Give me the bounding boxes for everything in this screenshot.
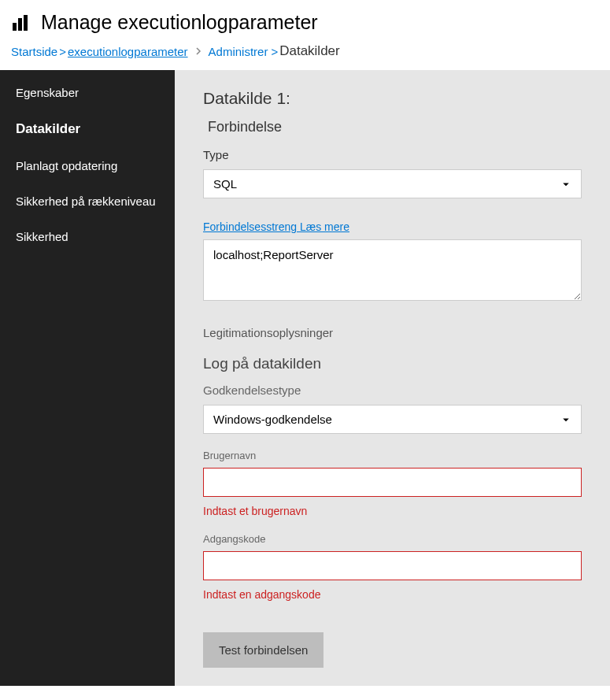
sidebar-item-security[interactable]: Sikkerhed <box>0 219 175 254</box>
password-error: Indtast en adgangskode <box>203 588 582 601</box>
main-content: Datakilde 1: Forbindelse Type SQL Forbin… <box>175 70 610 686</box>
type-label: Type <box>203 148 582 161</box>
breadcrumb-sep: > <box>271 45 278 58</box>
powerbi-logo-icon <box>11 12 33 34</box>
sidebar-item-label: Datakilder <box>16 121 80 136</box>
chevron-right-icon <box>194 46 202 57</box>
username-label: Brugernavn <box>203 450 582 461</box>
auth-type-select[interactable]: Windows-godkendelse <box>203 405 582 434</box>
credentials-label: Legitimationsoplysninger <box>203 326 582 339</box>
sidebar-item-label: Planlagt opdatering <box>16 159 117 172</box>
datasource-title: Datakilde 1: <box>203 89 582 108</box>
breadcrumb-sep: > <box>59 45 66 58</box>
auth-type-label: Godkendelsestype <box>203 383 582 397</box>
sidebar-item-label: Egenskaber <box>16 86 79 99</box>
sidebar-item-label: Sikkerhed <box>16 230 68 243</box>
breadcrumb: Startside > executionlogparameter Admini… <box>0 39 610 70</box>
sidebar-item-datasources[interactable]: Datakilder <box>0 110 175 148</box>
sidebar-item-label: Sikkerhed på rækkeniveau <box>16 194 156 208</box>
conn-string-input[interactable]: localhost;ReportServer <box>203 239 582 301</box>
test-connection-button[interactable]: Test forbindelsen <box>203 632 323 668</box>
password-input[interactable] <box>203 551 582 580</box>
breadcrumb-item-link[interactable]: executionlogparameter <box>68 45 188 58</box>
svg-rect-2 <box>24 15 28 31</box>
breadcrumb-current: Datakilder <box>279 43 340 59</box>
breadcrumb-home-link[interactable]: Startside <box>11 45 57 58</box>
username-error: Indtast et brugernavn <box>203 505 582 517</box>
login-header: Log på datakilden <box>203 355 582 372</box>
breadcrumb-admin-link[interactable]: Administrer <box>209 45 268 58</box>
sidebar: Egenskaber Datakilder Planlagt opdaterin… <box>0 70 175 686</box>
conn-string-label-link[interactable]: Forbindelsesstreng Læs mere <box>203 220 582 233</box>
connection-header: Forbindelse <box>208 119 582 135</box>
page-title: Manage executionlogparameter <box>41 11 318 34</box>
svg-rect-0 <box>13 23 17 31</box>
type-select[interactable]: SQL <box>203 169 582 198</box>
sidebar-item-scheduled-refresh[interactable]: Planlagt opdatering <box>0 148 175 183</box>
sidebar-item-row-level-security[interactable]: Sikkerhed på rækkeniveau <box>0 183 175 219</box>
password-label: Adgangskode <box>203 533 582 545</box>
svg-rect-1 <box>18 18 22 31</box>
username-input[interactable] <box>203 468 582 497</box>
sidebar-item-properties[interactable]: Egenskaber <box>0 75 175 110</box>
page-header: Manage executionlogparameter <box>0 0 610 39</box>
